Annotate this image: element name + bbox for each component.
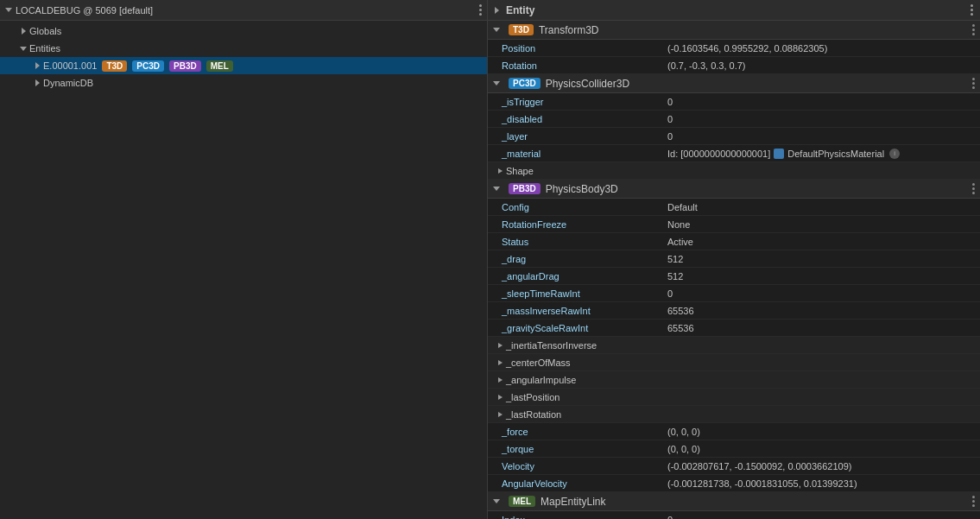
- globals-toggle-icon[interactable]: [17, 25, 29, 37]
- centerOfMass-toggle-icon[interactable]: [498, 360, 503, 365]
- angularDrag-value[interactable]: 512: [661, 271, 980, 282]
- inertiaTensorInverse-section[interactable]: _inertiaTensorInverse: [488, 337, 980, 354]
- physicsbody3d-tag: PB3D: [509, 183, 541, 194]
- lastRotation-toggle-icon[interactable]: [498, 412, 503, 417]
- massInverseRawInt-label: _massInverseRawInt: [488, 306, 661, 316]
- config-value[interactable]: Default: [661, 202, 980, 212]
- gravityScaleRawInt-row: _gravityScaleRawInt 65536: [488, 320, 980, 337]
- physicscollider3d-toggle-icon[interactable]: [493, 81, 500, 85]
- tree-item-entities[interactable]: Entities: [0, 40, 487, 57]
- material-label: _material: [488, 149, 661, 159]
- physicscollider3d-menu-button[interactable]: [972, 78, 975, 89]
- dynamicdb-toggle-icon[interactable]: [31, 77, 43, 89]
- rotationFreeze-value[interactable]: None: [661, 219, 980, 230]
- material-name: DefaultPhysicsMaterial: [787, 149, 884, 159]
- shape-label: Shape: [506, 166, 534, 176]
- left-header-actions: [479, 4, 482, 16]
- massInverseRawInt-row: _massInverseRawInt 65536: [488, 302, 980, 320]
- right-header-menu-button[interactable]: [971, 4, 973, 16]
- lastPosition-toggle-icon[interactable]: [498, 395, 503, 400]
- material-info-icon[interactable]: i: [889, 149, 900, 159]
- velocity-label: Velocity: [488, 461, 661, 472]
- index-label: Index: [488, 515, 661, 520]
- tree-item-globals[interactable]: Globals: [0, 22, 487, 40]
- entity1-toggle-icon[interactable]: [31, 60, 43, 72]
- physicsbody3d-menu-button[interactable]: [972, 183, 975, 194]
- drag-label: _drag: [488, 254, 661, 264]
- transform3d-header[interactable]: T3D Transform3D: [488, 21, 980, 40]
- entities-toggle-icon[interactable]: [17, 42, 29, 54]
- torque-value[interactable]: (0, 0, 0): [661, 444, 980, 454]
- physicsbody3d-toggle-icon[interactable]: [493, 187, 500, 191]
- physicscollider3d-tag: PC3D: [509, 78, 541, 89]
- index-row: Index 0: [488, 511, 980, 519]
- velocity-value[interactable]: (-0.002807617, -0.1500092, 0.0003662109): [661, 461, 980, 472]
- force-value[interactable]: (0, 0, 0): [661, 427, 980, 437]
- lastRotation-section[interactable]: _lastRotation: [488, 406, 980, 423]
- mapentitylink-toggle-icon[interactable]: [493, 499, 500, 503]
- lastRotation-label: _lastRotation: [506, 409, 561, 420]
- angularDrag-label: _angularDrag: [488, 271, 661, 282]
- physicscollider3d-name: PhysicsCollider3D: [546, 78, 629, 90]
- isTrigger-value[interactable]: 0: [661, 97, 980, 107]
- rotationFreeze-row: RotationFreeze None: [488, 216, 980, 233]
- disabled-value[interactable]: 0: [661, 114, 980, 124]
- transform3d-menu-button[interactable]: [972, 24, 975, 35]
- massInverseRawInt-value[interactable]: 65536: [661, 306, 980, 316]
- lastPosition-section[interactable]: _lastPosition: [488, 389, 980, 406]
- props-container[interactable]: T3D Transform3D Position (-0.1603546, 0.…: [488, 21, 980, 519]
- left-header: LOCALDEBUG @ 5069 [default]: [0, 0, 487, 21]
- shape-toggle-icon[interactable]: [498, 168, 503, 174]
- physicscollider3d-header[interactable]: PC3D PhysicsCollider3D: [488, 74, 980, 93]
- angularImpulse-toggle-icon[interactable]: [498, 377, 503, 383]
- material-id: Id: [0000000000000001]: [667, 149, 770, 159]
- drag-row: _drag 512: [488, 250, 980, 268]
- angularImpulse-section[interactable]: _angularImpulse: [488, 371, 980, 389]
- drag-value[interactable]: 512: [661, 254, 980, 264]
- tag-t3d: T3D: [102, 60, 127, 72]
- mapentitylink-header[interactable]: MEL MapEntityLink: [488, 492, 980, 511]
- left-panel-toggle-icon[interactable]: [5, 8, 12, 12]
- tree-section: Globals Entities E.00001.001 T3D PC3D PB…: [0, 21, 487, 93]
- index-value[interactable]: 0: [661, 515, 980, 520]
- transform3d-toggle-icon[interactable]: [493, 28, 500, 32]
- position-value[interactable]: (-0.1603546, 0.9955292, 0.08862305): [661, 43, 980, 54]
- status-value[interactable]: Active: [661, 237, 980, 247]
- centerOfMass-section[interactable]: _centerOfMass: [488, 354, 980, 371]
- tag-mel: MEL: [206, 60, 233, 72]
- tree-item-entity1[interactable]: E.00001.001 T3D PC3D PB3D MEL: [0, 57, 487, 74]
- position-label: Position: [488, 43, 661, 54]
- isTrigger-label: _isTrigger: [488, 97, 661, 107]
- right-header-left: Entity: [495, 4, 534, 16]
- left-panel: LOCALDEBUG @ 5069 [default] Globals Enti…: [0, 0, 488, 519]
- material-row: _material Id: [0000000000000001] Default…: [488, 145, 980, 162]
- left-header-menu-button[interactable]: [479, 4, 482, 16]
- mapentitylink-menu-button[interactable]: [972, 496, 975, 507]
- torque-label: _torque: [488, 444, 661, 454]
- rotation-label: Rotation: [488, 60, 661, 71]
- angularVelocity-value[interactable]: (-0.001281738, -0.0001831055, 0.01399231…: [661, 478, 980, 489]
- torque-row: _torque (0, 0, 0): [488, 440, 980, 458]
- rotation-value[interactable]: (0.7, -0.3, 0.3, 0.7): [661, 60, 980, 71]
- right-header: Entity: [488, 0, 980, 21]
- layer-value[interactable]: 0: [661, 131, 980, 142]
- entities-label: Entities: [29, 43, 60, 54]
- right-panel-toggle-icon[interactable]: [495, 7, 499, 14]
- transform3d-tag: T3D: [509, 24, 534, 35]
- gravityScaleRawInt-label: _gravityScaleRawInt: [488, 323, 661, 333]
- gravityScaleRawInt-value[interactable]: 65536: [661, 323, 980, 333]
- tree-item-dynamicdb[interactable]: DynamicDB: [0, 74, 487, 92]
- rotationFreeze-label: RotationFreeze: [488, 219, 661, 230]
- left-panel-title: LOCALDEBUG @ 5069 [default]: [16, 5, 153, 16]
- force-row: _force (0, 0, 0): [488, 423, 980, 440]
- transform3d-name: Transform3D: [539, 24, 599, 36]
- material-value[interactable]: Id: [0000000000000001] DefaultPhysicsMat…: [661, 149, 980, 159]
- angularDrag-row: _angularDrag 512: [488, 268, 980, 285]
- layer-row: _layer 0: [488, 128, 980, 145]
- angularVelocity-label: AngularVelocity: [488, 478, 661, 489]
- shape-section[interactable]: Shape: [488, 162, 980, 180]
- physicsbody3d-header[interactable]: PB3D PhysicsBody3D: [488, 180, 980, 199]
- sleepTimeRawInt-value[interactable]: 0: [661, 288, 980, 299]
- inertiaTensorInverse-toggle-icon[interactable]: [498, 343, 503, 348]
- entity1-label: E.00001.001: [43, 60, 97, 71]
